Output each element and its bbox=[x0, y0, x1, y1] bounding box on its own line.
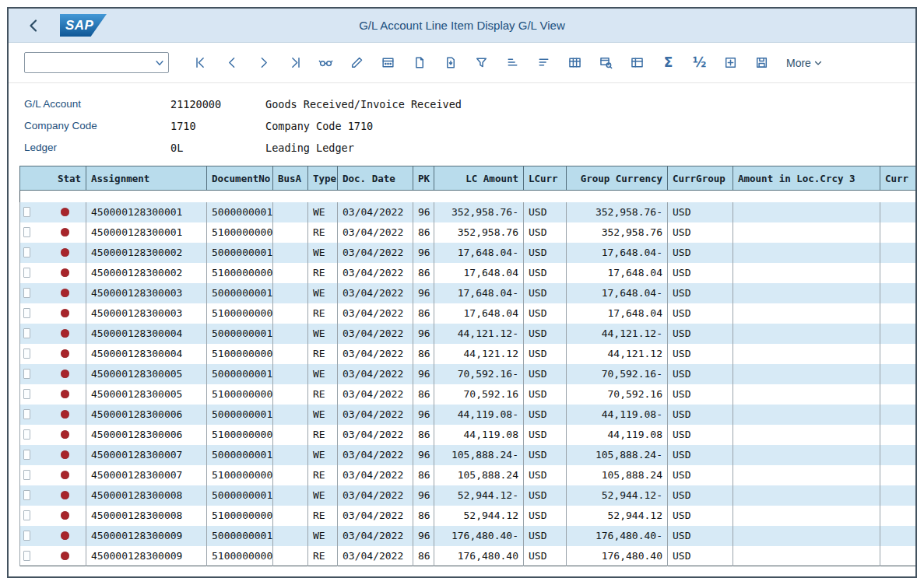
cell-currgroup[interactable]: USD bbox=[668, 222, 733, 243]
cell-group_currency[interactable]: 17,648.04- bbox=[567, 283, 668, 303]
cell-type[interactable]: WE bbox=[308, 485, 338, 506]
row-checkbox[interactable] bbox=[23, 510, 30, 520]
cell-curr[interactable] bbox=[880, 526, 916, 546]
cell-doc_date[interactable]: 03/04/2022 bbox=[338, 263, 413, 283]
column-header-pk[interactable]: PK bbox=[413, 166, 434, 191]
table-row[interactable]: 4500001283000085100000000RE03/04/2022865… bbox=[20, 506, 916, 526]
cell-lc_amount[interactable]: 70,592.16- bbox=[434, 364, 524, 384]
table-row[interactable]: 4500001283000055100000000RE03/04/2022867… bbox=[20, 384, 916, 405]
cell-assignment[interactable]: 450000128300003 bbox=[86, 303, 207, 324]
cell-document_no[interactable]: 5100000000 bbox=[207, 465, 273, 485]
row-checkbox[interactable] bbox=[23, 308, 30, 318]
copy-icon[interactable] bbox=[407, 51, 431, 75]
cell-group_currency[interactable]: 17,648.04 bbox=[567, 263, 668, 283]
table-row[interactable]: 4500001283000065000000001WE03/04/2022964… bbox=[20, 405, 916, 425]
cell-lc_amount[interactable]: 176,480.40- bbox=[434, 526, 524, 546]
cell-group_currency[interactable]: 352,958.76 bbox=[567, 222, 668, 243]
cell-curr[interactable] bbox=[880, 465, 916, 485]
cell-lcurr[interactable]: USD bbox=[524, 425, 567, 445]
cell-currgroup[interactable]: USD bbox=[668, 405, 733, 425]
cell-pk[interactable]: 86 bbox=[413, 506, 434, 526]
cell-assignment[interactable]: 450000128300008 bbox=[86, 485, 207, 506]
cell-document_no[interactable]: 5100000000 bbox=[207, 303, 273, 324]
cell-pk[interactable]: 96 bbox=[413, 283, 434, 303]
cell-currgroup[interactable]: USD bbox=[668, 384, 733, 405]
column-header-stat[interactable]: Stat bbox=[20, 166, 86, 191]
cell-assignment[interactable]: 450000128300007 bbox=[86, 445, 207, 465]
cell-type[interactable]: WE bbox=[308, 202, 338, 222]
display-icon[interactable] bbox=[314, 51, 338, 75]
cell-group_currency[interactable]: 52,944.12- bbox=[567, 485, 668, 506]
cell-lc_amount[interactable]: 17,648.04- bbox=[434, 283, 524, 303]
cell-document_no[interactable]: 5100000000 bbox=[207, 384, 273, 405]
cell-curr[interactable] bbox=[880, 263, 916, 283]
row-checkbox[interactable] bbox=[23, 227, 30, 237]
cell-assignment[interactable]: 450000128300002 bbox=[86, 243, 207, 263]
change-layout-icon[interactable] bbox=[625, 51, 649, 75]
cell-document_no[interactable]: 5100000000 bbox=[207, 263, 273, 283]
cell-lcurr[interactable]: USD bbox=[524, 465, 567, 485]
cell-amount_loc3[interactable] bbox=[733, 202, 880, 222]
cell-assignment[interactable]: 450000128300004 bbox=[86, 344, 207, 364]
cell-currgroup[interactable]: USD bbox=[668, 283, 733, 303]
cell-document_no[interactable]: 5000000001 bbox=[207, 202, 273, 222]
table-row[interactable]: 4500001283000055000000001WE03/04/2022967… bbox=[20, 364, 916, 384]
find-icon[interactable] bbox=[594, 51, 618, 75]
cell-busa[interactable] bbox=[273, 344, 308, 364]
cell-type[interactable]: RE bbox=[308, 546, 338, 566]
cell-lcurr[interactable]: USD bbox=[524, 384, 567, 405]
cell-assignment[interactable]: 450000128300001 bbox=[86, 202, 207, 222]
cell-busa[interactable] bbox=[273, 243, 308, 263]
cell-lc_amount[interactable]: 70,592.16 bbox=[434, 384, 524, 405]
cell-group_currency[interactable]: 70,592.16- bbox=[567, 364, 668, 384]
row-checkbox[interactable] bbox=[23, 369, 30, 379]
table-row[interactable]: 4500001283000095000000001WE03/04/2022961… bbox=[20, 526, 916, 546]
cell-assignment[interactable]: 450000128300009 bbox=[86, 526, 207, 546]
cell-doc_date[interactable]: 03/04/2022 bbox=[338, 526, 413, 546]
cell-curr[interactable] bbox=[880, 425, 916, 445]
cell-assignment[interactable]: 450000128300005 bbox=[86, 364, 207, 384]
cell-document_no[interactable]: 5000000001 bbox=[207, 364, 273, 384]
cell-lcurr[interactable]: USD bbox=[524, 526, 567, 546]
filter-icon[interactable] bbox=[469, 51, 494, 75]
cell-curr[interactable] bbox=[880, 222, 916, 243]
column-header-document_no[interactable]: DocumentNo bbox=[207, 166, 273, 191]
cell-curr[interactable] bbox=[880, 324, 916, 344]
cell-type[interactable]: RE bbox=[308, 263, 338, 283]
cell-busa[interactable] bbox=[273, 425, 308, 445]
cell-doc_date[interactable]: 03/04/2022 bbox=[338, 364, 413, 384]
cell-pk[interactable]: 96 bbox=[413, 243, 434, 263]
cell-lcurr[interactable]: USD bbox=[524, 243, 567, 263]
cell-lcurr[interactable]: USD bbox=[524, 405, 567, 425]
cell-group_currency[interactable]: 105,888.24- bbox=[567, 445, 668, 465]
table-row[interactable]: 4500001283000075000000001WE03/04/2022961… bbox=[20, 445, 916, 465]
cell-currgroup[interactable]: USD bbox=[668, 506, 733, 526]
cell-lcurr[interactable]: USD bbox=[524, 506, 567, 526]
cell-lcurr[interactable]: USD bbox=[524, 485, 567, 506]
row-checkbox[interactable] bbox=[23, 551, 30, 561]
cell-busa[interactable] bbox=[273, 283, 308, 303]
last-page-icon[interactable] bbox=[283, 51, 307, 75]
cell-group_currency[interactable]: 105,888.24 bbox=[567, 465, 668, 485]
cell-type[interactable]: RE bbox=[308, 222, 338, 243]
cell-amount_loc3[interactable] bbox=[733, 526, 880, 546]
cell-lc_amount[interactable]: 17,648.04- bbox=[434, 243, 524, 263]
cell-doc_date[interactable]: 03/04/2022 bbox=[338, 425, 413, 445]
cell-currgroup[interactable]: USD bbox=[668, 202, 733, 222]
cell-busa[interactable] bbox=[273, 445, 308, 465]
cell-lcurr[interactable]: USD bbox=[524, 546, 567, 566]
row-checkbox[interactable] bbox=[23, 328, 30, 338]
column-header-type[interactable]: Type bbox=[308, 166, 338, 191]
cell-lc_amount[interactable]: 105,888.24 bbox=[434, 465, 524, 485]
cell-doc_date[interactable]: 03/04/2022 bbox=[338, 344, 413, 364]
cell-busa[interactable] bbox=[273, 526, 308, 546]
table-row[interactable]: 4500001283000075100000000RE03/04/2022861… bbox=[20, 465, 916, 485]
cell-document_no[interactable]: 5000000001 bbox=[207, 445, 273, 465]
cell-curr[interactable] bbox=[880, 405, 916, 425]
cell-lcurr[interactable]: USD bbox=[524, 202, 567, 222]
cell-busa[interactable] bbox=[273, 202, 308, 222]
cell-doc_date[interactable]: 03/04/2022 bbox=[338, 384, 413, 405]
export-icon[interactable] bbox=[438, 51, 462, 75]
cell-lcurr[interactable]: USD bbox=[524, 324, 567, 344]
cell-currgroup[interactable]: USD bbox=[668, 465, 733, 485]
